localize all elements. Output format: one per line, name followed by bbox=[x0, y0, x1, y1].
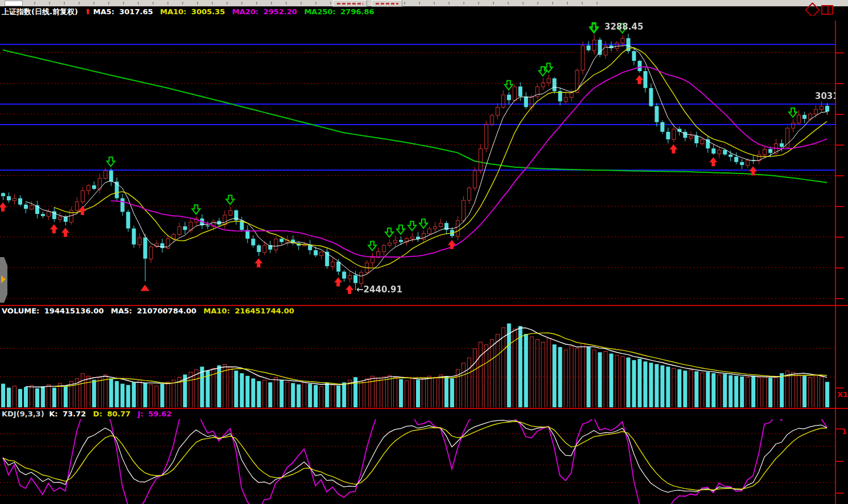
j-value: 59.62 bbox=[148, 410, 171, 418]
volume-chart-canvas[interactable] bbox=[0, 316, 835, 407]
ma20-value: 2952.20 bbox=[264, 7, 297, 16]
ma250-value: 2796.86 bbox=[340, 7, 374, 16]
menu-red-button-1[interactable] bbox=[333, 0, 367, 7]
j-label: J: bbox=[138, 410, 143, 418]
menu-items-cropped bbox=[34, 2, 603, 5]
chart-title: 上证指数(日线.前复权) bbox=[2, 7, 78, 16]
menu-red-button-2[interactable] bbox=[372, 0, 402, 7]
d-value: 80.77 bbox=[107, 410, 130, 418]
ma5-value: 3017.65 bbox=[120, 7, 153, 16]
trading-app-window: 上证指数(日线.前复权)⬆MA5: 3017.65 MA10: 3005.35 … bbox=[0, 0, 848, 504]
d-label: D: bbox=[93, 410, 102, 418]
panel-separator-2 bbox=[0, 408, 848, 409]
volume-header: VOLUME: 194415136.00 MA5: 210700784.00 M… bbox=[2, 307, 299, 316]
ma10-value: 3005.35 bbox=[191, 7, 225, 16]
expand-arrow-icon bbox=[1, 275, 6, 283]
side-panel-expand-tab[interactable] bbox=[0, 257, 7, 303]
axis-tick bbox=[836, 428, 844, 429]
menu-toolbar-icon[interactable] bbox=[5, 1, 23, 6]
ma10-label: MA10: bbox=[160, 7, 186, 16]
axis-tick bbox=[836, 267, 844, 268]
panel-separator-1 bbox=[0, 305, 848, 306]
vol-ma10-value: 216451744.00 bbox=[234, 307, 294, 315]
kdj-chart-canvas[interactable] bbox=[0, 419, 835, 504]
axis-tick bbox=[836, 206, 844, 207]
vol-ma5-label: MA5: bbox=[111, 307, 132, 315]
k-label: K: bbox=[49, 410, 57, 418]
ma250-label: MA250: bbox=[304, 7, 335, 16]
axis-tick bbox=[836, 461, 844, 462]
axis-tick bbox=[836, 144, 844, 146]
ma20-label: MA20: bbox=[232, 7, 258, 16]
axis-tick bbox=[836, 387, 844, 389]
main-price-chart-canvas[interactable] bbox=[0, 16, 835, 305]
vol-ma5-value: 210700784.00 bbox=[137, 307, 196, 315]
axis-tick bbox=[836, 298, 844, 299]
last-price-annotation: 3031 bbox=[815, 91, 835, 101]
menu-bar[interactable] bbox=[0, 0, 848, 7]
volume-value: 194415136.00 bbox=[44, 307, 104, 315]
axis-tick bbox=[836, 83, 844, 84]
axis-tick bbox=[836, 237, 844, 238]
axis-tick bbox=[836, 114, 844, 115]
vol-ma10-label: MA10: bbox=[204, 307, 230, 315]
kdj-indicator-name: KDJ(9,3,3) bbox=[2, 410, 44, 418]
low-price-annotation: ←2440.91 bbox=[356, 284, 402, 295]
up-arrow-icon: ⬆ bbox=[85, 7, 91, 16]
main-chart-header: 上证指数(日线.前复权)⬆MA5: 3017.65 MA10: 3005.35 … bbox=[2, 7, 379, 16]
axis-tick bbox=[836, 175, 844, 176]
axis-tick bbox=[836, 493, 844, 494]
volume-axis-multiplier-label: X1 bbox=[837, 390, 848, 399]
axis-tick bbox=[836, 52, 844, 53]
k-value: 73.72 bbox=[63, 410, 86, 418]
volume-label: VOLUME: bbox=[2, 307, 39, 315]
restore-window-icon[interactable] bbox=[821, 5, 833, 15]
high-price-annotation: 3288.45 bbox=[604, 22, 643, 32]
kdj-header: KDJ(9,3,3) K: 73.72 D: 80.77 J: 59.62 bbox=[2, 410, 176, 419]
ma5-label: MA5: bbox=[93, 7, 114, 16]
